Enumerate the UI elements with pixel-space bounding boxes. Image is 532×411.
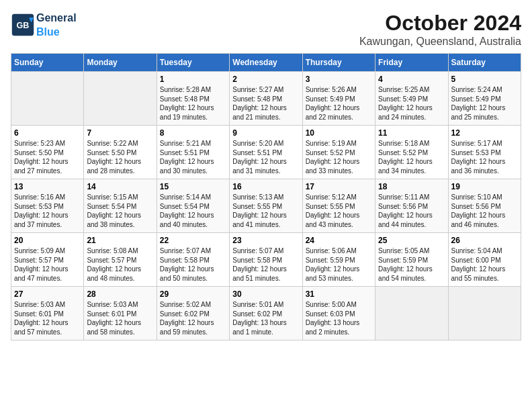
sunset-text: Sunset: 5:50 PM — [14, 149, 64, 156]
day-content: Sunrise: 5:19 AMSunset: 5:52 PMDaylight:… — [306, 139, 372, 175]
sunset-text: Sunset: 5:54 PM — [87, 203, 136, 210]
sunset-text: Sunset: 5:54 PM — [160, 203, 210, 210]
sunrise-text: Sunrise: 5:02 AM — [160, 301, 211, 308]
day-number: 20 — [14, 236, 81, 245]
calendar-cell: 9Sunrise: 5:20 AMSunset: 5:51 PMDaylight… — [230, 126, 302, 179]
daylight-hours-text: Daylight: 12 hours — [378, 265, 433, 273]
sunrise-text: Sunrise: 5:06 AM — [306, 247, 357, 255]
sunrise-text: Sunrise: 5:26 AM — [306, 86, 357, 93]
daylight-hours-text: Daylight: 12 hours — [14, 265, 69, 273]
daylight-minutes-text: and 27 minutes. — [14, 167, 62, 175]
sunrise-text: Sunrise: 5:15 AM — [87, 193, 138, 201]
title-area: October 2024 Kawungan, Queensland, Austr… — [359, 11, 521, 48]
day-content: Sunrise: 5:01 AMSunset: 6:02 PMDaylight:… — [232, 300, 299, 336]
sunrise-text: Sunrise: 5:18 AM — [378, 140, 429, 147]
sunset-text: Sunset: 5:55 PM — [232, 203, 282, 210]
day-number: 9 — [232, 128, 299, 138]
sunrise-text: Sunrise: 5:25 AM — [378, 86, 429, 93]
logo-icon: GB — [11, 13, 35, 37]
calendar-cell: 20Sunrise: 5:09 AMSunset: 5:57 PMDayligh… — [11, 233, 84, 287]
day-content: Sunrise: 5:07 AMSunset: 5:58 PMDaylight:… — [160, 246, 226, 283]
day-number: 6 — [14, 128, 81, 138]
daylight-minutes-text: and 34 minutes. — [378, 167, 426, 175]
daylight-hours-text: Daylight: 12 hours — [14, 319, 69, 326]
calendar-cell: 22Sunrise: 5:07 AMSunset: 5:58 PMDayligh… — [157, 233, 229, 287]
day-content: Sunrise: 5:25 AMSunset: 5:49 PMDaylight:… — [378, 85, 445, 122]
page-subtitle: Kawungan, Queensland, Australia — [359, 36, 521, 48]
daylight-minutes-text: and 57 minutes. — [14, 328, 62, 336]
daylight-minutes-text: and 21 minutes. — [232, 113, 280, 121]
sunset-text: Sunset: 5:49 PM — [451, 95, 501, 103]
sunrise-text: Sunrise: 5:01 AM — [232, 301, 283, 308]
calendar-cell: 12Sunrise: 5:17 AMSunset: 5:53 PMDayligh… — [448, 126, 521, 179]
daylight-hours-text: Daylight: 12 hours — [378, 104, 433, 111]
calendar-cell: 10Sunrise: 5:19 AMSunset: 5:52 PMDayligh… — [302, 126, 375, 179]
sunrise-text: Sunrise: 5:13 AM — [232, 193, 283, 201]
sunset-text: Sunset: 5:49 PM — [306, 95, 355, 103]
sunrise-text: Sunrise: 5:07 AM — [160, 247, 211, 255]
day-content: Sunrise: 5:11 AMSunset: 5:56 PMDaylight:… — [378, 193, 445, 229]
day-number: 10 — [306, 128, 372, 138]
daylight-minutes-text: and 46 minutes. — [451, 221, 499, 228]
sunset-text: Sunset: 5:52 PM — [306, 149, 355, 156]
day-content: Sunrise: 5:09 AMSunset: 5:57 PMDaylight:… — [14, 246, 81, 283]
daylight-hours-text: Daylight: 12 hours — [378, 212, 433, 219]
sunset-text: Sunset: 5:53 PM — [451, 149, 501, 156]
calendar-week-row: 27Sunrise: 5:03 AMSunset: 6:01 PMDayligh… — [11, 287, 521, 340]
daylight-hours-text: Daylight: 12 hours — [451, 104, 506, 111]
sunrise-text: Sunrise: 5:14 AM — [160, 193, 211, 201]
day-number: 12 — [451, 128, 518, 138]
daylight-minutes-text: and 59 minutes. — [160, 328, 208, 336]
daylight-hours-text: Daylight: 12 hours — [160, 104, 214, 111]
sunset-text: Sunset: 5:51 PM — [160, 149, 210, 156]
daylight-minutes-text: and 43 minutes. — [306, 221, 353, 228]
daylight-hours-text: Daylight: 12 hours — [87, 265, 141, 273]
day-number: 16 — [232, 182, 299, 191]
logo-general: General — [36, 12, 77, 24]
header: GB General Blue October 2024 Kawungan, Q… — [11, 11, 521, 48]
daylight-hours-text: Daylight: 12 hours — [87, 158, 141, 165]
calendar-cell — [11, 72, 84, 126]
calendar-body: 1Sunrise: 5:28 AMSunset: 5:48 PMDaylight… — [11, 72, 521, 340]
day-of-week-header: Friday — [375, 54, 448, 72]
day-number: 29 — [160, 289, 226, 299]
daylight-minutes-text: and 38 minutes. — [87, 221, 134, 228]
sunset-text: Sunset: 5:57 PM — [87, 257, 136, 264]
calendar-cell: 4Sunrise: 5:25 AMSunset: 5:49 PMDaylight… — [375, 72, 448, 126]
day-content: Sunrise: 5:07 AMSunset: 5:58 PMDaylight:… — [232, 246, 299, 283]
day-content: Sunrise: 5:03 AMSunset: 6:01 PMDaylight:… — [87, 300, 153, 336]
daylight-minutes-text: and 48 minutes. — [87, 275, 134, 282]
sunrise-text: Sunrise: 5:05 AM — [378, 247, 429, 255]
daylight-hours-text: Daylight: 12 hours — [160, 158, 214, 165]
day-content: Sunrise: 5:00 AMSunset: 6:03 PMDaylight:… — [306, 300, 372, 336]
calendar-cell: 2Sunrise: 5:27 AMSunset: 5:48 PMDaylight… — [230, 72, 302, 126]
day-of-week-header: Sunday — [11, 54, 84, 72]
sunset-text: Sunset: 5:48 PM — [160, 95, 210, 103]
daylight-minutes-text: and 1 minute. — [232, 328, 273, 336]
day-content: Sunrise: 5:21 AMSunset: 5:51 PMDaylight:… — [160, 139, 226, 175]
day-number: 24 — [306, 236, 372, 245]
daylight-hours-text: Daylight: 12 hours — [160, 212, 214, 219]
daylight-minutes-text: and 51 minutes. — [232, 275, 280, 282]
day-number: 30 — [232, 289, 299, 299]
sunset-text: Sunset: 5:58 PM — [160, 257, 210, 264]
calendar-cell: 18Sunrise: 5:11 AMSunset: 5:56 PMDayligh… — [375, 179, 448, 233]
daylight-minutes-text: and 54 minutes. — [378, 275, 426, 282]
sunset-text: Sunset: 6:03 PM — [306, 310, 355, 318]
day-number: 13 — [14, 182, 81, 191]
calendar-week-row: 1Sunrise: 5:28 AMSunset: 5:48 PMDaylight… — [11, 72, 521, 126]
calendar-week-row: 20Sunrise: 5:09 AMSunset: 5:57 PMDayligh… — [11, 233, 521, 287]
sunrise-text: Sunrise: 5:09 AM — [14, 247, 65, 255]
day-content: Sunrise: 5:12 AMSunset: 5:55 PMDaylight:… — [306, 193, 372, 229]
sunset-text: Sunset: 6:01 PM — [87, 310, 136, 318]
day-content: Sunrise: 5:26 AMSunset: 5:49 PMDaylight:… — [306, 85, 372, 122]
sunrise-text: Sunrise: 5:23 AM — [14, 140, 65, 147]
sunrise-text: Sunrise: 5:11 AM — [378, 193, 429, 201]
day-number: 17 — [306, 182, 372, 191]
sunset-text: Sunset: 5:52 PM — [378, 149, 428, 156]
day-number: 4 — [378, 75, 445, 84]
calendar-cell: 15Sunrise: 5:14 AMSunset: 5:54 PMDayligh… — [157, 179, 229, 233]
calendar-cell: 30Sunrise: 5:01 AMSunset: 6:02 PMDayligh… — [230, 287, 302, 340]
calendar-cell: 29Sunrise: 5:02 AMSunset: 6:02 PMDayligh… — [157, 287, 229, 340]
daylight-hours-text: Daylight: 12 hours — [306, 158, 360, 165]
